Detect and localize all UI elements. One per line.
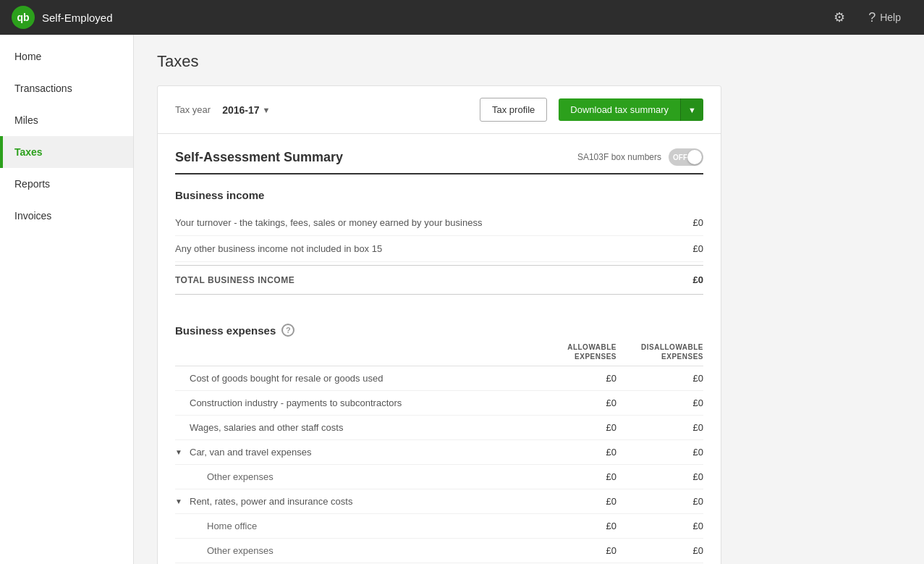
- expense-label-wages: Wages, salaries and other staff costs: [190, 422, 530, 433]
- expense-allowable-car-other: £0: [530, 471, 616, 482]
- expense-label-rent-other: Other expenses: [190, 545, 530, 556]
- expense-disallowable-wages: £0: [616, 422, 703, 433]
- expense-label-car: Car, van and travel expenses: [190, 447, 530, 458]
- expense-allowable-construction: £0: [530, 397, 616, 408]
- income-label-other: Any other business income not included i…: [175, 243, 382, 254]
- car-expand-toggle[interactable]: ▼: [175, 448, 190, 456]
- total-label: TOTAL BUSINESS INCOME: [175, 275, 294, 285]
- expense-allowable-wages: £0: [530, 422, 616, 433]
- dropdown-caret-icon: ▼: [263, 106, 271, 114]
- expense-label-rent: Rent, rates, power and insurance costs: [190, 496, 530, 507]
- chevron-down-icon: ▼: [688, 106, 696, 114]
- brand-name: Self-Employed: [42, 12, 113, 24]
- expense-disallowable-rent-other: £0: [616, 545, 703, 556]
- topnav-actions: ⚙ ? Help: [822, 0, 912, 35]
- expense-disallowable-car-other: £0: [616, 471, 703, 482]
- sidebar-item-invoices[interactable]: Invoices: [0, 200, 133, 232]
- sidebar-item-reports[interactable]: Reports: [0, 168, 133, 200]
- main-content: Taxes Tax year 2016-17 ▼ Tax profile Dow…: [134, 35, 924, 564]
- expense-row-rent: ▼ Rent, rates, power and insurance costs…: [175, 489, 703, 514]
- page-title: Taxes: [157, 52, 901, 71]
- help-button[interactable]: ? Help: [857, 0, 912, 35]
- expense-row-wages: Wages, salaries and other staff costs £0…: [175, 416, 703, 440]
- expenses-header-row: Business expenses ?: [175, 324, 703, 337]
- expense-allowable-rent-other: £0: [530, 545, 616, 556]
- expenses-col-headers: ALLOWABLE EXPENSES DISALLOWABLE EXPENSES: [175, 342, 703, 366]
- expense-label-home-office: Home office: [190, 521, 530, 531]
- income-row-other: Any other business income not included i…: [175, 236, 703, 262]
- download-button-group: Download tax summary ▼: [559, 98, 703, 121]
- expense-allowable-car: £0: [530, 447, 616, 458]
- income-amount-other: £0: [693, 243, 703, 254]
- sidebar-item-home[interactable]: Home: [0, 41, 133, 72]
- expense-row-home-office: Home office £0 £0: [175, 514, 703, 539]
- sidebar-item-transactions[interactable]: Transactions: [0, 72, 133, 104]
- total-business-income-row: TOTAL BUSINESS INCOME £0: [175, 265, 703, 295]
- qb-logo: qb: [12, 6, 35, 29]
- sa103f-label: SA103F box numbers: [577, 152, 661, 162]
- download-tax-summary-button[interactable]: Download tax summary: [559, 98, 680, 121]
- expense-disallowable-rent: £0: [616, 496, 703, 507]
- settings-button[interactable]: ⚙: [822, 0, 857, 35]
- expense-row-car-other: Other expenses £0 £0: [175, 465, 703, 489]
- expense-label-construction: Construction industry - payments to subc…: [190, 397, 530, 408]
- expense-row-car: ▼ Car, van and travel expenses £0 £0: [175, 440, 703, 465]
- business-income-section: Business income Your turnover - the taki…: [175, 189, 703, 295]
- expense-allowable-rent: £0: [530, 496, 616, 507]
- expense-disallowable-home-office: £0: [616, 521, 703, 531]
- business-expenses-section: Business expenses ? ALLOWABLE EXPENSES D…: [158, 309, 721, 564]
- expense-disallowable-goods: £0: [616, 373, 703, 384]
- expense-label-goods: Cost of goods bought for resale or goods…: [190, 373, 530, 384]
- expense-allowable-home-office: £0: [530, 521, 616, 531]
- sidebar: Home Transactions Miles Taxes Reports In…: [0, 35, 134, 564]
- expense-label-car-other: Other expenses: [190, 471, 530, 482]
- income-label-turnover: Your turnover - the takings, fees, sales…: [175, 217, 482, 228]
- income-amount-turnover: £0: [693, 217, 703, 228]
- col-allowable-header: ALLOWABLE EXPENSES: [530, 342, 616, 361]
- col-disallowable-header: DISALLOWABLE EXPENSES: [616, 342, 703, 361]
- tax-year-value: 2016-17: [222, 104, 259, 116]
- help-label: Help: [880, 12, 901, 23]
- expense-row-rent-other: Other expenses £0 £0: [175, 539, 703, 563]
- summary-header: Self-Assessment Summary SA103F box numbe…: [175, 148, 703, 174]
- toggle-off-label: OFF: [673, 153, 687, 161]
- gear-icon: ⚙: [834, 9, 845, 25]
- top-nav: qb Self-Employed ⚙ ? Help: [0, 0, 924, 35]
- brand: qb Self-Employed: [12, 6, 822, 29]
- sidebar-item-taxes[interactable]: Taxes: [0, 136, 133, 168]
- income-row-turnover: Your turnover - the takings, fees, sales…: [175, 210, 703, 236]
- sa103f-toggle[interactable]: OFF: [669, 148, 703, 166]
- tax-year-bar: Tax year 2016-17 ▼ Tax profile Download …: [158, 86, 721, 134]
- tax-year-label: Tax year: [175, 104, 211, 115]
- rent-expand-toggle[interactable]: ▼: [175, 497, 190, 505]
- expense-disallowable-car: £0: [616, 447, 703, 458]
- taxes-panel: Tax year 2016-17 ▼ Tax profile Download …: [157, 85, 721, 564]
- info-icon[interactable]: ?: [281, 324, 294, 337]
- tax-year-dropdown[interactable]: 2016-17 ▼: [222, 104, 270, 116]
- expense-allowable-goods: £0: [530, 373, 616, 384]
- expense-disallowable-construction: £0: [616, 397, 703, 408]
- total-amount: £0: [693, 274, 703, 285]
- help-circle-icon: ?: [868, 10, 876, 25]
- toggle-knob: [687, 150, 702, 164]
- expense-row-construction: Construction industry - payments to subc…: [175, 391, 703, 416]
- sa103f-toggle-group: SA103F box numbers OFF: [577, 148, 703, 166]
- main-layout: Home Transactions Miles Taxes Reports In…: [0, 35, 924, 564]
- summary-title: Self-Assessment Summary: [175, 150, 343, 165]
- summary-section: Self-Assessment Summary SA103F box numbe…: [158, 134, 721, 309]
- business-income-title: Business income: [175, 189, 703, 201]
- expenses-title: Business expenses: [175, 324, 276, 337]
- tax-profile-button[interactable]: Tax profile: [480, 98, 547, 122]
- download-dropdown-button[interactable]: ▼: [680, 98, 703, 121]
- sidebar-item-miles[interactable]: Miles: [0, 104, 133, 136]
- expense-row-goods: Cost of goods bought for resale or goods…: [175, 366, 703, 391]
